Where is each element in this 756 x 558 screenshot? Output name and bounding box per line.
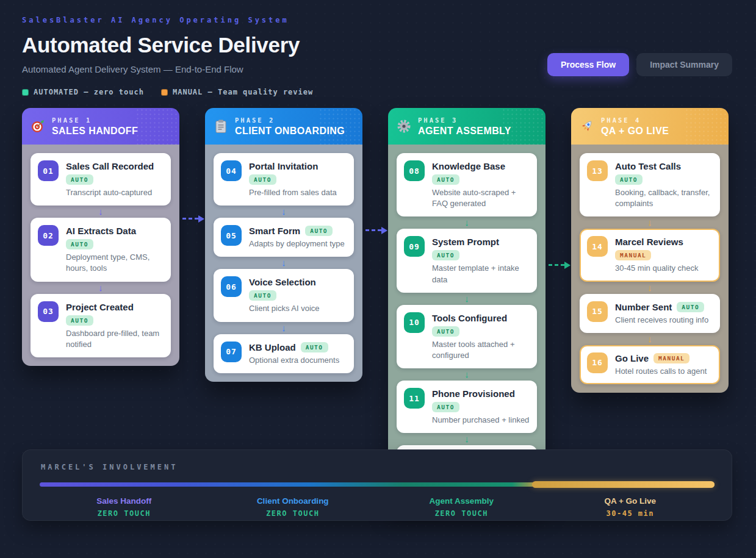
step-description: Deployment type, CMS, hours, tools bbox=[66, 252, 164, 274]
impact-summary-button[interactable]: Impact Summary bbox=[636, 53, 732, 76]
involvement-segment-agent-assembly: Agent Assembly ZERO TOUCH bbox=[377, 496, 546, 518]
step-title: Number Sent bbox=[615, 302, 672, 312]
step-card-16: 16 Go Live MANUAL Hotel routes calls to … bbox=[580, 345, 720, 384]
down-arrow-icon bbox=[580, 216, 720, 229]
step-title: Voice Selection bbox=[249, 277, 316, 287]
step-number-badge: 14 bbox=[587, 236, 608, 257]
step-description: 30-45 min quality check bbox=[615, 263, 713, 274]
involvement-segment-sales-handoff: Sales Handoff ZERO TOUCH bbox=[40, 496, 209, 518]
step-description: Hotel routes calls to agent bbox=[615, 366, 713, 377]
phase-name: SALES HANDOFF bbox=[52, 126, 138, 137]
down-arrow-icon bbox=[214, 257, 354, 269]
phase-header-text: PHASE 1 SALES HANDOFF bbox=[52, 116, 138, 137]
step-title: Smart Form bbox=[249, 226, 300, 236]
auto-badge: AUTO bbox=[432, 326, 459, 337]
step-content: Voice Selection AUTO Client picks AI voi… bbox=[249, 276, 347, 314]
step-number-badge: 10 bbox=[404, 312, 425, 333]
step-title: Portal Invitation bbox=[249, 161, 318, 171]
step-content: KB Upload AUTO Optional extra documents bbox=[249, 342, 347, 366]
automated-service-delivery-page: SalesBlaster AI Agency Operating System … bbox=[0, 0, 756, 558]
step-description: Adapts by deployment type bbox=[249, 238, 347, 249]
step-title: Phone Provisioned bbox=[432, 388, 515, 399]
phase-header-text: PHASE 4 QA + GO LIVE bbox=[601, 116, 669, 137]
step-number-badge: 13 bbox=[587, 160, 608, 181]
auto-badge: AUTO bbox=[66, 315, 93, 326]
step-content: AI Extracts Data AUTO Deployment type, C… bbox=[66, 225, 164, 274]
step-title: System Prompt bbox=[432, 237, 499, 247]
step-number-badge: 16 bbox=[587, 352, 608, 373]
step-title: Sales Call Recorded bbox=[66, 161, 154, 171]
auto-badge: AUTO bbox=[249, 174, 276, 185]
phase-header: PHASE 2 CLIENT ONBOARDING bbox=[205, 108, 362, 145]
involvement-title: MARCEL'S INVOLVEMENT bbox=[23, 450, 732, 471]
manual-badge: MANUAL bbox=[653, 353, 689, 363]
process-flow-button[interactable]: Process Flow bbox=[547, 53, 629, 76]
down-arrow-icon bbox=[214, 206, 354, 218]
involvement-segment-qa-go-live: QA + Go Live 30-45 min bbox=[546, 496, 715, 518]
legend-label: MANUAL — Team quality review bbox=[173, 88, 313, 96]
phase-name: AGENT ASSEMBLY bbox=[418, 126, 511, 137]
page-title: Automated Service Delivery bbox=[22, 33, 300, 57]
segment-label: Agent Assembly bbox=[377, 496, 546, 506]
phase-column-agent-assembly: PHASE 3 AGENT ASSEMBLY 08 Knowledge Base… bbox=[388, 108, 545, 507]
down-arrow-icon bbox=[397, 368, 537, 381]
step-description: Transcript auto-captured bbox=[66, 187, 164, 198]
step-content: Sales Call Recorded AUTO Transcript auto… bbox=[66, 160, 164, 198]
step-description: Dashboard pre-filled, team notified bbox=[66, 328, 164, 350]
step-number-badge: 01 bbox=[38, 160, 59, 181]
phase-kicker: PHASE 1 bbox=[52, 116, 138, 124]
phase-header: PHASE 1 SALES HANDOFF bbox=[22, 108, 179, 145]
step-description: Master tools attached + configured bbox=[432, 339, 530, 361]
auto-badge: AUTO bbox=[432, 174, 459, 185]
step-number-badge: 08 bbox=[404, 160, 425, 181]
step-number-badge: 15 bbox=[587, 301, 608, 322]
step-card-01: 01 Sales Call Recorded AUTO Transcript a… bbox=[31, 153, 171, 206]
auto-badge: AUTO bbox=[66, 239, 93, 249]
step-number-badge: 05 bbox=[221, 225, 242, 246]
auto-badge: AUTO bbox=[432, 250, 459, 260]
phase-kicker: PHASE 2 bbox=[235, 116, 345, 124]
target-icon bbox=[31, 119, 45, 134]
auto-badge: AUTO bbox=[301, 342, 328, 352]
segment-label: Client Onboarding bbox=[209, 496, 378, 506]
phase-name: QA + GO LIVE bbox=[601, 126, 669, 137]
step-card-07: 07 KB Upload AUTO Optional extra documen… bbox=[214, 334, 354, 373]
legend-label: AUTOMATED — zero touch bbox=[34, 88, 144, 96]
step-description: Booking, callback, transfer, complaints bbox=[615, 187, 713, 209]
page-header: SalesBlaster AI Agency Operating System … bbox=[22, 16, 300, 74]
step-title: Marcel Reviews bbox=[615, 237, 683, 247]
step-content: Tools Configured AUTO Master tools attac… bbox=[432, 312, 530, 361]
app-kicker: SalesBlaster AI Agency Operating System bbox=[22, 16, 300, 24]
down-arrow-icon bbox=[580, 282, 720, 294]
step-description: Number purchased + linked bbox=[432, 415, 530, 426]
manual-swatch-icon bbox=[161, 89, 168, 96]
step-card-14: 14 Marcel Reviews MANUAL 30-45 min quali… bbox=[580, 229, 720, 281]
step-card-13: 13 Auto Test Calls AUTO Booking, callbac… bbox=[580, 153, 720, 216]
step-content: Smart Form AUTO Adapts by deployment typ… bbox=[249, 225, 347, 249]
step-description: Website auto-scraped + FAQ generated bbox=[432, 187, 530, 209]
step-number-badge: 03 bbox=[38, 301, 59, 322]
down-arrow-icon bbox=[580, 333, 720, 345]
phase-body: 04 Portal Invitation AUTO Pre-filled fro… bbox=[205, 145, 362, 382]
step-title: Tools Configured bbox=[432, 313, 507, 323]
manual-badge: MANUAL bbox=[615, 250, 651, 260]
rocket-icon bbox=[580, 119, 594, 134]
view-toggle: Process Flow Impact Summary bbox=[547, 53, 732, 76]
auto-badge: AUTO bbox=[677, 302, 704, 312]
gear-icon bbox=[397, 119, 411, 134]
step-card-08: 08 Knowledge Base AUTO Website auto-scra… bbox=[397, 153, 537, 216]
step-title: Go Live bbox=[615, 353, 649, 363]
step-number-badge: 02 bbox=[38, 225, 59, 246]
step-title: KB Upload bbox=[249, 342, 296, 352]
step-content: Project Created AUTO Dashboard pre-fille… bbox=[66, 301, 164, 350]
involvement-panel: MARCEL'S INVOLVEMENT Sales Handoff ZERO … bbox=[22, 449, 732, 521]
legend-item-automated: AUTOMATED — zero touch bbox=[22, 88, 144, 96]
step-content: Portal Invitation AUTO Pre-filled from s… bbox=[249, 160, 347, 198]
step-title: Project Created bbox=[66, 302, 134, 312]
involvement-bar bbox=[40, 481, 715, 488]
step-content: Go Live MANUAL Hotel routes calls to age… bbox=[615, 352, 713, 377]
step-card-03: 03 Project Created AUTO Dashboard pre-fi… bbox=[31, 294, 171, 357]
involvement-labels: Sales Handoff ZERO TOUCH Client Onboardi… bbox=[40, 496, 715, 518]
phase-header: PHASE 3 AGENT ASSEMBLY bbox=[388, 108, 545, 145]
down-arrow-icon bbox=[31, 206, 171, 218]
